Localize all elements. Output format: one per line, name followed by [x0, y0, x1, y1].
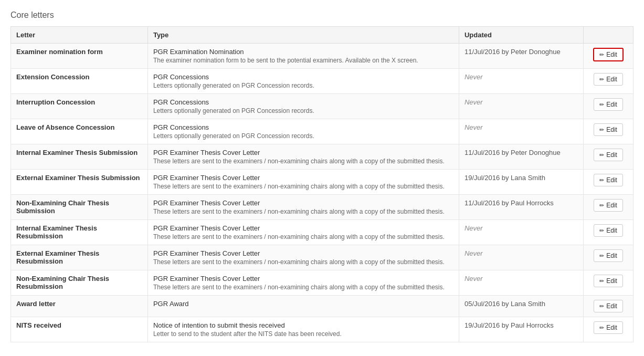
action-cell: ✏Edit — [584, 119, 634, 144]
table-row: Internal Examiner Thesis ResubmissionPGR… — [11, 220, 634, 245]
letter-name: External Examiner Thesis Resubmission — [16, 249, 99, 265]
letter-cell: Leave of Absence Concession — [11, 119, 148, 144]
letter-name: Non-Examining Chair Thesis Submission — [16, 199, 109, 215]
core-letters-table: Letter Type Updated Examiner nomination … — [10, 26, 634, 342]
updated-text: 11/Jul/2016 by Peter Donoghue — [464, 48, 561, 56]
updated-text: 19/Jul/2016 by Paul Horrocks — [464, 321, 554, 329]
edit-label: Edit — [606, 176, 617, 184]
letter-name: Award letter — [16, 300, 56, 308]
type-cell: PGR ConcessionsLetters optionally genera… — [147, 119, 459, 144]
type-desc-text: These letters are sent to the examiners … — [153, 208, 453, 215]
updated-cell: 19/Jul/2016 by Paul Horrocks — [459, 317, 583, 342]
type-desc-text: Letters optionally generated on PGR Conc… — [153, 132, 453, 140]
updated-cell: Never — [459, 69, 583, 94]
action-cell: ✏Edit — [584, 195, 634, 220]
type-main-text: PGR Concessions — [153, 123, 453, 131]
letter-cell: External Examiner Thesis Resubmission — [11, 245, 148, 270]
action-cell: ✏Edit — [584, 69, 634, 94]
action-cell: ✏Edit — [584, 44, 634, 69]
updated-cell: 05/Jul/2016 by Lana Smith — [459, 296, 583, 317]
edit-button-examiner-nomination-form[interactable]: ✏Edit — [593, 48, 624, 61]
type-main-text: PGR Award — [153, 300, 453, 308]
table-row: Award letterPGR Award05/Jul/2016 by Lana… — [11, 296, 634, 317]
page-title: Core letters — [10, 11, 634, 20]
edit-label: Edit — [606, 151, 617, 159]
edit-button-external-examiner-thesis-resubmission[interactable]: ✏Edit — [594, 249, 623, 262]
table-row: Examiner nomination formPGR Examination … — [11, 44, 634, 69]
letter-name: Extension Concession — [16, 73, 89, 81]
updated-text: 11/Jul/2016 by Peter Donoghue — [464, 149, 561, 156]
edit-label: Edit — [606, 76, 617, 83]
type-desc-text: Letters optionally generated on PGR Conc… — [153, 82, 453, 89]
letter-cell: Interruption Concession — [11, 94, 148, 119]
edit-button-award-letter[interactable]: ✏Edit — [594, 300, 623, 312]
updated-cell: 11/Jul/2016 by Paul Horrocks — [459, 195, 583, 220]
updated-cell: Never — [459, 94, 583, 119]
updated-cell: Never — [459, 245, 583, 270]
action-cell: ✏Edit — [584, 296, 634, 317]
letter-cell: Award letter — [11, 296, 148, 317]
edit-label: Edit — [606, 126, 617, 133]
updated-text: Never — [464, 123, 483, 131]
type-main-text: PGR Examiner Thesis Cover Letter — [153, 199, 453, 207]
type-desc-text: Letter to send to the student after the … — [153, 330, 453, 338]
letter-name: Leave of Absence Concession — [16, 123, 114, 131]
updated-text: 11/Jul/2016 by Paul Horrocks — [464, 199, 554, 207]
type-main-text: PGR Examiner Thesis Cover Letter — [153, 249, 453, 257]
edit-label: Edit — [606, 51, 617, 58]
letter-cell: Examiner nomination form — [11, 44, 148, 69]
edit-button-internal-examiner-thesis-resubmission[interactable]: ✏Edit — [594, 224, 623, 237]
table-row: Non-Examining Chair Thesis SubmissionPGR… — [11, 195, 634, 220]
col-header-updated: Updated — [459, 27, 583, 44]
action-cell: ✏Edit — [584, 270, 634, 296]
action-cell: ✏Edit — [584, 144, 634, 170]
type-desc-text: Letters optionally generated on PGR Conc… — [153, 107, 453, 114]
action-cell: ✏Edit — [584, 94, 634, 119]
action-cell: ✏Edit — [584, 170, 634, 195]
edit-button-leave-of-absence-concession[interactable]: ✏Edit — [594, 123, 623, 136]
type-cell: PGR Award — [147, 296, 459, 317]
letter-cell: NITS received — [11, 317, 148, 342]
updated-cell: Never — [459, 220, 583, 245]
col-header-action — [584, 27, 634, 44]
type-desc-text: The examiner nomination form to be sent … — [153, 57, 453, 64]
edit-button-extension-concession[interactable]: ✏Edit — [594, 73, 623, 86]
type-main-text: PGR Examiner Thesis Cover Letter — [153, 174, 453, 182]
type-main-text: PGR Examiner Thesis Cover Letter — [153, 149, 453, 156]
updated-text: Never — [464, 73, 483, 81]
letter-cell: Non-Examining Chair Thesis Submission — [11, 195, 148, 220]
letter-cell: Internal Examiner Thesis Resubmission — [11, 220, 148, 245]
letter-cell: Non-Examining Chair Thesis Resubmission — [11, 270, 148, 296]
type-cell: Notice of intention to submit thesis rec… — [147, 317, 459, 342]
table-row: External Examiner Thesis SubmissionPGR E… — [11, 170, 634, 195]
edit-label: Edit — [606, 101, 617, 108]
edit-label: Edit — [606, 252, 617, 259]
edit-button-non-examining-chair-thesis-resubmission[interactable]: ✏Edit — [594, 275, 623, 287]
col-header-letter: Letter — [11, 27, 148, 44]
table-row: Extension ConcessionPGR ConcessionsLette… — [11, 69, 634, 94]
edit-label: Edit — [606, 277, 617, 285]
edit-button-external-examiner-thesis-submission[interactable]: ✏Edit — [594, 174, 623, 186]
edit-button-non-examining-chair-thesis-submission[interactable]: ✏Edit — [594, 199, 623, 212]
edit-label: Edit — [606, 302, 617, 310]
pencil-icon: ✏ — [599, 152, 604, 159]
pencil-icon: ✏ — [599, 278, 604, 285]
pencil-icon: ✏ — [599, 303, 604, 310]
letter-cell: Internal Examiner Thesis Submission — [11, 144, 148, 170]
type-cell: PGR Examiner Thesis Cover LetterThese le… — [147, 220, 459, 245]
pencil-icon: ✏ — [599, 127, 604, 133]
table-row: External Examiner Thesis ResubmissionPGR… — [11, 245, 634, 270]
type-cell: PGR Examiner Thesis Cover LetterThese le… — [147, 170, 459, 195]
type-main-text: PGR Examiner Thesis Cover Letter — [153, 275, 453, 282]
edit-button-internal-examiner-thesis-submission[interactable]: ✏Edit — [594, 149, 623, 161]
pencil-icon: ✏ — [599, 324, 604, 331]
pencil-icon: ✏ — [599, 51, 604, 58]
type-desc-text: These letters are sent to the examiners … — [153, 233, 453, 240]
letter-name: NITS received — [16, 321, 61, 329]
edit-button-interruption-concession[interactable]: ✏Edit — [594, 98, 623, 111]
action-cell: ✏Edit — [584, 220, 634, 245]
updated-text: Never — [464, 224, 483, 232]
edit-button-nits-received[interactable]: ✏Edit — [594, 321, 623, 334]
updated-cell: Never — [459, 119, 583, 144]
pencil-icon: ✏ — [599, 76, 604, 83]
